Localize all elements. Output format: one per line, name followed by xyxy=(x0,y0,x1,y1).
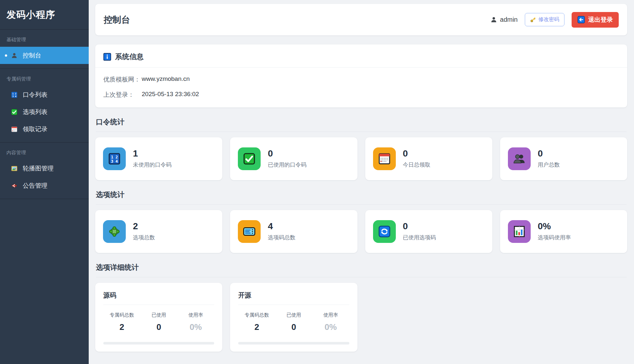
stat-value: 0 xyxy=(403,222,436,231)
sidebar-item-password-list[interactable]: 1 23 4 口令列表 xyxy=(0,86,89,103)
detail-stat: 专属码总数 2 xyxy=(103,312,140,332)
stat-value: 1 xyxy=(133,149,172,158)
change-password-label: 修改密码 xyxy=(538,16,559,23)
info-label: 优质模板网： xyxy=(103,75,142,84)
password-stats-grid: 1 23 4 1 未使用的口令码 0 已使用的口令码 0 今日总领取 xyxy=(95,137,627,180)
megaphone-icon xyxy=(11,182,18,189)
sidebar-item-label: 轮播图管理 xyxy=(23,164,54,173)
stat-label: 选项码总数 xyxy=(268,234,295,241)
detail-stats: 专属码总数 2 已使用 0 使用率 0% xyxy=(238,312,349,332)
svg-text:3 4: 3 4 xyxy=(111,159,118,164)
sidebar-item-carousel[interactable]: 轮播图管理 xyxy=(0,160,89,177)
page-header: 控制台 admin 修改密码 退出登录 xyxy=(95,4,627,35)
stat-value: 4 xyxy=(268,222,295,231)
stat-label: 已使用的口令码 xyxy=(268,161,306,169)
section-title-password-stats: 口令统计 xyxy=(96,117,627,132)
sidebar-item-label: 口令列表 xyxy=(23,91,47,99)
detail-stat-value: 0 xyxy=(140,322,177,332)
detail-stat: 已使用 0 xyxy=(140,312,177,332)
stat-card-used-option-codes: 0 已使用选项码 xyxy=(365,210,492,253)
detail-stat: 专属码总数 2 xyxy=(238,312,275,332)
stat-value: 0 xyxy=(538,149,560,158)
usage-progress-bar xyxy=(238,342,349,345)
detail-stat-label: 专属码总数 xyxy=(103,312,140,318)
detail-stat-value: 0% xyxy=(312,322,349,332)
section-title-option-detail: 选项详细统计 xyxy=(96,263,627,277)
svg-text:1 2: 1 2 xyxy=(12,93,16,95)
detail-stat: 已使用 0 xyxy=(275,312,312,332)
detail-stat-value: 2 xyxy=(103,322,140,332)
input-numbers-icon: 1 23 4 xyxy=(103,147,126,170)
detail-card-title: 源码 xyxy=(103,291,214,305)
detail-card-source: 源码 专属码总数 2 已使用 0 使用率 0% xyxy=(95,283,222,352)
stat-value: 0 xyxy=(268,149,306,158)
section-label-codes: 专属码管理 xyxy=(0,69,89,86)
detail-card-title: 开源 xyxy=(238,291,349,305)
detail-card-open-source: 开源 专属码总数 2 已使用 0 使用率 0% xyxy=(230,283,357,352)
info-row-site: 优质模板网： www.yzmoban.cn xyxy=(103,75,619,84)
sidebar-item-claim-records[interactable]: 领取记录 xyxy=(0,120,89,138)
stat-card-today-claims: 0 今日总领取 xyxy=(365,137,492,180)
section-label-content: 内容管理 xyxy=(0,143,89,160)
stat-card-total-option-codes: 4 选项码总数 xyxy=(230,210,357,253)
system-info-body: 优质模板网： www.yzmoban.cn 上次登录： 2025-05-13 2… xyxy=(95,68,627,107)
sidebar: 发码小程序 基础管理 控制台 专属码管理 1 23 4 口令列表 选项列表 xyxy=(0,0,89,364)
input-numbers-icon: 1 23 4 xyxy=(11,92,18,98)
stat-card-option-usage-rate: 0% 选项码使用率 xyxy=(500,210,627,253)
username: admin xyxy=(500,16,518,23)
stat-card-total-users: 0 用户总数 xyxy=(500,137,627,180)
puzzle-icon xyxy=(103,220,126,243)
checkbox-icon xyxy=(238,147,261,170)
page-title: 控制台 xyxy=(104,14,130,26)
stat-label: 今日总领取 xyxy=(403,161,431,169)
stat-label: 用户总数 xyxy=(538,161,560,169)
detail-stat-value: 0% xyxy=(177,322,214,332)
system-info-header: 系统信息 xyxy=(95,44,627,68)
stat-label: 选项码使用率 xyxy=(538,234,571,241)
header-actions: admin 修改密码 退出登录 xyxy=(490,12,619,28)
sidebar-section-content: 内容管理 轮播图管理 公告管理 xyxy=(0,143,89,199)
info-label: 上次登录： xyxy=(103,91,142,99)
detail-stat-label: 使用率 xyxy=(177,312,214,318)
stat-label: 已使用选项码 xyxy=(403,234,436,241)
current-user: admin xyxy=(490,16,518,23)
sidebar-item-option-list[interactable]: 选项列表 xyxy=(0,103,89,120)
user-icon xyxy=(490,16,497,23)
change-password-button[interactable]: 修改密码 xyxy=(525,13,564,26)
detail-stat-value: 0 xyxy=(275,322,312,332)
system-info-card: 系统信息 优质模板网： www.yzmoban.cn 上次登录： 2025-05… xyxy=(95,44,627,107)
sidebar-item-console[interactable]: 控制台 xyxy=(0,47,89,64)
system-info-title: 系统信息 xyxy=(115,52,144,62)
detail-stat-label: 已使用 xyxy=(140,312,177,318)
refresh-icon xyxy=(373,220,396,243)
logout-button[interactable]: 退出登录 xyxy=(572,12,619,28)
sidebar-item-label: 选项列表 xyxy=(23,108,47,116)
detail-stat-label: 已使用 xyxy=(275,312,312,318)
stat-card-unused-codes: 1 23 4 1 未使用的口令码 xyxy=(95,137,222,180)
user-icon xyxy=(11,52,18,59)
section-label-basic: 基础管理 xyxy=(0,30,89,47)
info-icon xyxy=(103,53,111,61)
key-icon xyxy=(530,17,536,23)
info-value: 2025-05-13 23:36:02 xyxy=(142,91,199,99)
stat-label: 未使用的口令码 xyxy=(133,161,172,169)
detail-stat-label: 专属码总数 xyxy=(238,312,275,318)
users-icon xyxy=(508,147,531,170)
option-stats-grid: 2 选项总数 4 选项码总数 0 已使用选项码 xyxy=(95,210,627,253)
detail-stat: 使用率 0% xyxy=(312,312,349,332)
usage-progress-bar xyxy=(103,342,214,345)
sidebar-item-label: 公告管理 xyxy=(23,182,47,190)
option-detail-grid: 源码 专属码总数 2 已使用 0 使用率 0% 开源 xyxy=(95,283,627,352)
ticket-icon xyxy=(238,220,261,243)
sidebar-item-announcements[interactable]: 公告管理 xyxy=(0,177,89,194)
left-arrow-icon xyxy=(577,16,585,23)
sidebar-section-basic: 基础管理 控制台 xyxy=(0,30,89,69)
sidebar-section-codes: 专属码管理 1 23 4 口令列表 选项列表 领取记录 xyxy=(0,69,89,143)
stat-value: 0 xyxy=(403,149,431,158)
calendar-icon xyxy=(11,126,18,132)
detail-stat-value: 2 xyxy=(238,322,275,332)
stat-value: 0% xyxy=(538,222,571,231)
svg-text:3 4: 3 4 xyxy=(12,95,16,98)
active-bullet-icon xyxy=(5,54,7,56)
detail-stat-label: 使用率 xyxy=(312,312,349,318)
